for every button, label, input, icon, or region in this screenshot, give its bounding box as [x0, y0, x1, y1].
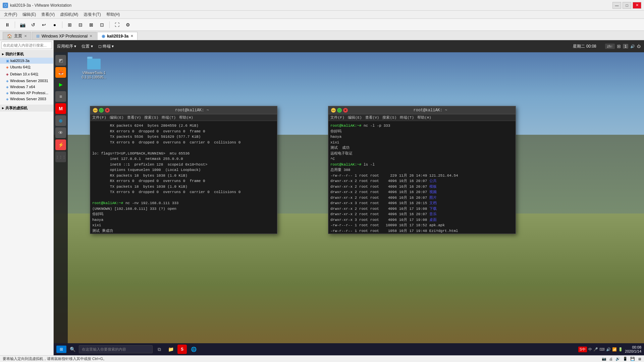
sidebar-item-winserver2[interactable]: ◈ Windows Server 2003: [0, 96, 53, 102]
sidebar-search-input[interactable]: [1, 42, 52, 49]
layout-btn-2[interactable]: ⊟: [76, 20, 85, 29]
terminal-right-maximize[interactable]: □: [337, 108, 342, 113]
kali-menu-terminal[interactable]: ◻ 终端 ▾: [98, 44, 114, 49]
dock-burp[interactable]: ⚡: [55, 139, 66, 150]
menu-help[interactable]: 帮助(H): [104, 11, 123, 18]
kali-menu-apps[interactable]: 应用程序 ▾: [57, 44, 76, 49]
dock-more[interactable]: ⋮⋮⋮: [55, 152, 66, 162]
term-right-dir-public: drwxr-xr-x 2 root root 4096 10月 16 20:07…: [330, 178, 514, 184]
taskbar-sougou[interactable]: S: [177, 345, 187, 354]
tab-kali[interactable]: ◉ kali2019-3a ✕: [97, 32, 138, 40]
status-icon-5: 💾: [630, 357, 635, 361]
tab-kali-close[interactable]: ✕: [130, 34, 133, 38]
start-button[interactable]: ⊞: [56, 346, 66, 353]
term-right-dir-video: drwxr-xr-x 2 root root 4096 10月 16 20:07…: [330, 189, 514, 195]
terminal-left-menubar: 文件(F) 编辑(E) 查看(V) 搜索(S) 终端(T) 帮助(H): [90, 114, 277, 121]
kali-menu-places[interactable]: 位置 ▾: [82, 44, 93, 49]
tab-winxp[interactable]: ⊞ Windows XP Professional ✕: [32, 32, 97, 40]
keyboard-layout-indicator[interactable]: zh↑: [605, 44, 615, 49]
dock-terminal[interactable]: ▶: [55, 79, 66, 90]
term-right-menu-terminal[interactable]: 终端(T): [400, 115, 414, 120]
dock-firefox[interactable]: 🦊: [55, 67, 66, 78]
maximize-button[interactable]: □: [623, 2, 631, 9]
terminal-left-content[interactable]: RX packets 6244 bytes 2804559 (2.6 MiB) …: [90, 121, 277, 234]
minimize-button[interactable]: —: [612, 2, 621, 9]
taskbar-task-view[interactable]: ⧉: [155, 345, 164, 354]
menu-tab[interactable]: 选项卡(T): [81, 11, 103, 18]
term-right-menu-view[interactable]: 查看(V): [365, 115, 379, 120]
tab-home[interactable]: 🏠 主页 ✕: [3, 32, 31, 40]
sidebar-shared-vms[interactable]: ▸ 共享的虚拟机: [0, 105, 53, 112]
vmware-title: kali2019-3a - VMware Workstation: [10, 3, 612, 8]
kali-clock: 星期二 00:08: [573, 44, 596, 49]
term-left-menu-terminal[interactable]: 终端(T): [162, 115, 176, 120]
terminal-left-maximize[interactable]: □: [99, 108, 104, 113]
power-icon[interactable]: ⏻: [637, 44, 641, 48]
snapshot-button[interactable]: 📷: [18, 20, 27, 29]
volume-icon[interactable]: 🔊: [630, 44, 635, 49]
terminal-right-close[interactable]: ✕: [343, 108, 348, 113]
terminal-right-minimize[interactable]: —: [331, 108, 336, 113]
term-left-menu-view[interactable]: 查看(V): [127, 115, 141, 120]
taskbar-chrome[interactable]: 🌐: [189, 345, 198, 354]
term-left-menu-edit[interactable]: 编辑(E): [110, 115, 124, 120]
pause-button[interactable]: ⏸: [3, 20, 12, 29]
revert-button[interactable]: ↩: [39, 20, 49, 29]
record-button[interactable]: ●: [50, 20, 59, 29]
term-right-menu-help[interactable]: 帮助(H): [417, 115, 431, 120]
terminal-right-content[interactable]: root@kaliAK:~# nc -l -p 333 你好吗 haoya xi…: [328, 121, 516, 234]
sidebar-item-winxp[interactable]: ◈ Windows XP Professi...: [0, 90, 53, 96]
term-left-menu-help[interactable]: 帮助(H): [179, 115, 193, 120]
settings-button[interactable]: ⚙: [123, 20, 132, 29]
sougou-tray[interactable]: S中: [578, 347, 587, 352]
menu-edit[interactable]: 编辑(E): [20, 11, 39, 18]
term-prompt-nc: root@kaliAK:~# nc -nv 192.168.0.111 333: [92, 200, 275, 206]
term-left-menu-file[interactable]: 文件(F): [92, 115, 106, 120]
taskbar-tray: S中 中 🎤 ⌨ 🔊 📶 🔋: [578, 347, 623, 352]
input-method-indicator[interactable]: 中: [588, 347, 592, 352]
term-right-menu-edit[interactable]: 编辑(E): [348, 115, 362, 120]
dock-text[interactable]: ≡: [55, 91, 66, 102]
sidebar-item-debian[interactable]: ◈ Debian 10.x 64位: [0, 71, 53, 78]
terminal-left-minimize[interactable]: —: [93, 108, 98, 113]
term-right-menu-file[interactable]: 文件(F): [330, 115, 344, 120]
taskbar-search-box[interactable]: 在这里输入你要搜索的内容: [79, 345, 153, 353]
vm-icon-ws1: ◈: [6, 79, 9, 83]
taskbar-volume[interactable]: 🔊: [606, 347, 611, 352]
tab-winxp-label: Windows XP Professional: [42, 34, 88, 39]
menu-vm[interactable]: 虚拟机(M): [57, 11, 81, 18]
restore-button[interactable]: ↺: [29, 20, 38, 29]
taskbar-folder[interactable]: 📁: [166, 345, 175, 354]
sidebar-item-kali[interactable]: ▣ kali2019-3a: [0, 58, 53, 64]
terminal-left-close[interactable]: ✕: [105, 108, 110, 113]
vmware-tools-icon[interactable]: VMwareTools-10.3.10-139595...: [80, 59, 107, 79]
sidebar-my-computer[interactable]: ▸ 我的计算机: [0, 51, 53, 58]
vmware-toolbar: ⏸ 📷 ↺ ↩ ● ⊞ ⊟ ⊠ ⊡ ⛶ ⚙: [0, 19, 644, 31]
term-line-7: inet 127.0.0.1 netmask 255.0.0.0: [92, 156, 275, 162]
dock-settings[interactable]: ⊕: [55, 115, 66, 126]
dock-files[interactable]: ◩: [55, 55, 66, 66]
term-line-6: lo: flags=73<UP,LOOPBACK,RUNNING> mtu 65…: [92, 151, 275, 157]
fullscreen-button[interactable]: ⛶: [112, 20, 122, 29]
term-right-dir-template: drwxr-xr-x 2 root root 4096 10月 16 20:07…: [330, 184, 514, 190]
term-left-menu-search[interactable]: 搜索(S): [144, 115, 158, 120]
term-line-8: inet6 ::1 prefixlen 128 scopeid 0x10<hos…: [92, 162, 275, 168]
dock-mail[interactable]: M: [55, 103, 66, 114]
layout-btn-1[interactable]: ⊞: [65, 20, 74, 29]
battery-icon: 🔋: [618, 347, 623, 352]
close-button[interactable]: ✕: [633, 2, 641, 9]
tab-home-close[interactable]: ✕: [24, 34, 27, 38]
term-line-3: TX packets 5536 bytes 591629 (577.7 KiB): [92, 134, 275, 140]
layout-btn-4[interactable]: ⊡: [97, 20, 107, 29]
menu-file[interactable]: 文件(F): [1, 11, 20, 18]
term-line-hello: 你好吗: [92, 212, 275, 217]
term-right-menu-search[interactable]: 搜索(S): [382, 115, 396, 120]
dock-eye[interactable]: 👁: [55, 127, 66, 138]
kali-icon: ◉: [102, 34, 105, 39]
sidebar-item-winserver1[interactable]: ◈ Windows Server 20031: [0, 78, 53, 84]
sidebar-item-win7[interactable]: ◈ Windows 7 x64: [0, 84, 53, 90]
layout-btn-3[interactable]: ⊠: [87, 20, 96, 29]
menu-view[interactable]: 查看(V): [39, 11, 57, 18]
tab-winxp-close[interactable]: ✕: [90, 34, 92, 38]
sidebar-item-ubuntu[interactable]: ◈ Ubuntu 64位: [0, 64, 53, 71]
